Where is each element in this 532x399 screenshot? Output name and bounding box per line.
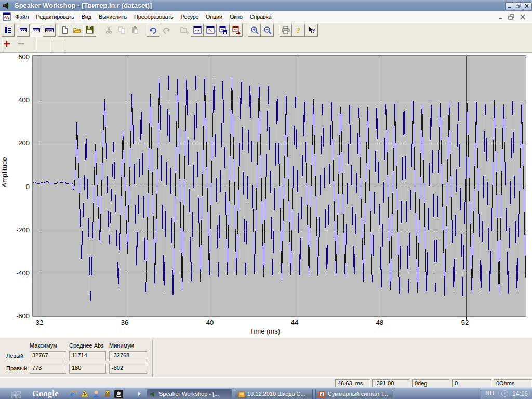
stats-header: Максимум [30, 342, 57, 349]
dataset-view-button[interactable] [17, 24, 30, 37]
task-button-2[interactable]: 10.12.2010 Шкода С... [235, 389, 313, 399]
copy-icon [118, 26, 126, 34]
robot-icon[interactable] [103, 390, 112, 399]
google-toolbar-logo[interactable]: Google [32, 389, 59, 398]
chart-red-icon [206, 26, 215, 34]
download-icon[interactable] [81, 390, 89, 399]
quick-launch-chevron-icon[interactable] [138, 390, 142, 399]
open-button[interactable] [71, 24, 84, 37]
ie-icon[interactable]: e [69, 390, 77, 399]
mdi-minimize-button[interactable] [497, 14, 506, 21]
minimize-button[interactable] [505, 2, 514, 10]
chart-view-icon [193, 26, 202, 34]
zoom-in-button[interactable] [248, 24, 261, 37]
y-tick-label: 200 [4, 139, 30, 147]
start-flag-icon[interactable] [11, 390, 21, 399]
dataset-grid-button[interactable] [30, 24, 43, 37]
import-button[interactable] [178, 24, 191, 37]
menu-8[interactable]: Окно [226, 11, 246, 22]
menu-3[interactable]: Вид [78, 11, 95, 22]
chart-view-button[interactable] [191, 24, 204, 37]
mdi-close-button[interactable] [519, 14, 527, 21]
import-icon [180, 26, 189, 34]
task-button-1[interactable]: Speaker Workshop - [... [147, 389, 232, 399]
tray-chevron-icon[interactable]: ‹ [501, 390, 508, 397]
paste-button[interactable] [128, 24, 141, 37]
undo-button[interactable] [147, 24, 159, 37]
menu-5[interactable]: Преобразовать [130, 11, 177, 22]
bat-icon[interactable] [114, 390, 123, 399]
chart-export-icon [232, 26, 241, 34]
x-tick-label: 48 [368, 318, 391, 326]
open-icon [73, 26, 82, 34]
window-title: Speaker Workshop - [Твитер.in.r (dataset… [15, 2, 152, 9]
dataset-view-icon [19, 26, 28, 34]
app-icon [3, 2, 11, 12]
svg-text:?: ? [312, 26, 315, 34]
redo-button[interactable] [159, 24, 172, 37]
taskbar[interactable]: Google e Speaker Workshop - [...10.12.20… [0, 387, 532, 399]
cut-icon [105, 26, 113, 34]
add-button[interactable] [2, 39, 17, 51]
mdi-restore-button[interactable] [508, 14, 516, 21]
x-tick-label: 52 [454, 318, 476, 326]
chart-save-button[interactable] [217, 24, 230, 37]
zoom-out-button[interactable] [261, 24, 274, 37]
notes-button[interactable] [2, 24, 15, 37]
stats-panel-divider [152, 340, 154, 377]
blank-button-3[interactable] [50, 39, 65, 51]
task-button-3[interactable]: Суммарный сигнал Т... [315, 389, 393, 399]
new-button[interactable] [58, 24, 71, 37]
task-button-label: Speaker Workshop - [... [159, 391, 219, 397]
help-icon: ? [295, 26, 303, 34]
stats-value: 32767 [30, 351, 66, 361]
chart-export-button[interactable] [230, 24, 243, 37]
context-help-button[interactable]: ? [305, 24, 318, 37]
x-tick-label: 36 [113, 318, 136, 326]
stats-value: -802 [109, 364, 147, 374]
task-button-label: Суммарный сигнал Т... [328, 391, 388, 397]
restore-button[interactable] [514, 2, 523, 10]
tray-clock[interactable]: 14:16 [512, 390, 528, 397]
copy-button[interactable] [115, 24, 128, 37]
paste-icon [131, 26, 139, 34]
cut-button[interactable] [102, 24, 115, 37]
stats-header: Среднее Abs [69, 342, 104, 349]
language-indicator[interactable]: RU [485, 390, 494, 397]
menu-6[interactable]: Ресурс [177, 11, 202, 22]
speaker-small-icon [150, 391, 157, 399]
zoom-in-icon [250, 26, 259, 34]
redo-icon [162, 26, 170, 34]
undo-icon [149, 26, 157, 34]
help-button[interactable]: ? [292, 24, 305, 37]
y-tick-label: 600 [4, 53, 30, 61]
stats-panel: МаксимумСреднее AbsМинимумЛевый327671171… [0, 338, 532, 378]
remove-button[interactable] [17, 39, 32, 51]
dataset-table-button[interactable] [43, 24, 56, 37]
blank-button-2[interactable] [36, 39, 51, 51]
messenger-icon[interactable] [92, 390, 100, 399]
chart-red-button[interactable] [204, 24, 217, 37]
print-button[interactable] [279, 24, 292, 37]
menu-2[interactable]: Редактировать [32, 11, 77, 22]
menu-7[interactable]: Опции [202, 11, 226, 22]
menu-4[interactable]: Вычислить [95, 11, 130, 22]
notes-icon [4, 26, 12, 34]
marker-toolbar [0, 38, 532, 53]
menu-1[interactable]: Файл [11, 11, 32, 22]
dataset-grid-icon [32, 26, 41, 34]
x-axis-title: Time (ms) [229, 327, 301, 335]
title-bar: Speaker Workshop - [Твитер.in.r (dataset… [0, 0, 532, 11]
menu-9[interactable]: Справка [246, 11, 275, 22]
y-axis-title: Amplitude [1, 139, 8, 206]
dataset-window-icon[interactable] [3, 12, 11, 23]
menu-items: ФайлРедактироватьВидВычислитьПреобразова… [11, 11, 275, 22]
menu-bar: ФайлРедактироватьВидВычислитьПреобразова… [0, 11, 532, 22]
chart-doc-icon [318, 391, 326, 399]
print-icon [282, 26, 290, 34]
stats-value: 180 [69, 364, 106, 374]
save-button[interactable] [83, 24, 96, 37]
close-button[interactable] [523, 2, 532, 10]
task-button-label: 10.12.2010 Шкода С... [247, 391, 305, 397]
save-icon [86, 26, 94, 34]
